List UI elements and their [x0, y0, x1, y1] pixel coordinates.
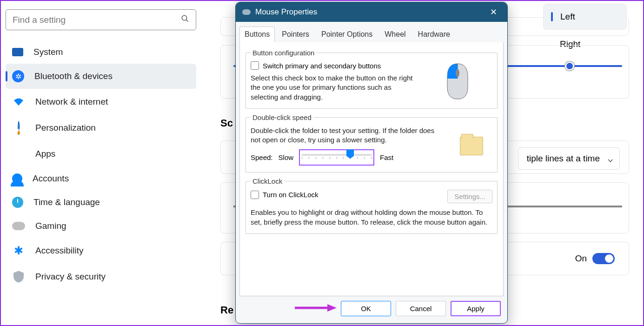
nav-label: Apps	[35, 149, 55, 159]
mouse-properties-dialog: Mouse Properties ✕ Buttons Pointers Poin…	[235, 2, 508, 324]
option-left-label: Left	[560, 12, 575, 22]
primary-button-left[interactable]: Left	[543, 4, 627, 30]
nav-accounts[interactable]: Accounts	[6, 167, 196, 190]
tab-buttons[interactable]: Buttons	[239, 27, 275, 42]
dialog-tabs: Buttons Pointers Pointer Options Wheel H…	[236, 22, 507, 42]
nav-network[interactable]: Network & internet	[6, 89, 196, 115]
clicklock-legend: ClickLock	[251, 177, 284, 185]
clicklock-desc: Enables you to highlight or drag without…	[251, 208, 492, 227]
double-click-legend: Double-click speed	[251, 113, 313, 121]
double-click-desc: Double-click the folder to test your set…	[251, 126, 445, 145]
dropdown-value: tiple lines at a time	[527, 153, 600, 163]
dialog-titlebar[interactable]: Mouse Properties ✕	[236, 2, 507, 22]
apps-icon	[12, 147, 25, 160]
button-config-legend: Button configuration	[251, 49, 316, 57]
nav-label: Network & internet	[35, 97, 108, 107]
folder-icon	[460, 137, 483, 155]
nav-label: Accounts	[33, 173, 69, 184]
nav-label: Privacy & security	[35, 272, 106, 282]
nav-gaming[interactable]: Gaming	[6, 214, 196, 238]
nav-list: System ✲Bluetooth & devices Network & in…	[6, 40, 196, 290]
nav-apps[interactable]: Apps	[6, 141, 196, 167]
svg-point-3	[456, 69, 459, 77]
tab-content: Button configuration Switch primary and …	[239, 42, 504, 296]
nav-label: Accessibility	[35, 246, 83, 256]
speed-slider-ticks	[302, 157, 372, 159]
settings-sidebar: System ✲Bluetooth & devices Network & in…	[1, 1, 201, 325]
nav-label: System	[33, 47, 63, 57]
tab-hardware[interactable]: Hardware	[413, 27, 455, 42]
nav-bluetooth-devices[interactable]: ✲Bluetooth & devices	[6, 64, 196, 89]
gamepad-icon	[12, 222, 25, 230]
tab-wheel[interactable]: Wheel	[379, 27, 411, 42]
pointer-speed-slider-thumb[interactable]	[565, 61, 574, 71]
mouse-icon	[242, 9, 251, 15]
scroll-mode-dropdown[interactable]: tiple lines at a time	[518, 147, 620, 170]
person-icon	[12, 173, 22, 184]
speed-slider[interactable]	[302, 154, 372, 156]
switch-buttons-checkbox[interactable]: Switch primary and secondary buttons	[251, 61, 417, 70]
apply-button[interactable]: Apply	[451, 301, 501, 316]
fast-label: Fast	[380, 153, 393, 161]
nav-label: Personalization	[35, 123, 96, 133]
nav-label: Gaming	[35, 221, 66, 231]
speed-slider-highlight	[299, 149, 374, 166]
hover-scroll-toggle[interactable]	[592, 253, 615, 264]
close-button[interactable]: ✕	[486, 5, 501, 19]
svg-line-1	[186, 20, 188, 22]
dialog-button-row: OK Cancel Apply	[236, 296, 507, 321]
section-related-header: Re	[220, 304, 233, 316]
accessibility-icon: ✱	[12, 244, 25, 257]
clock-icon	[12, 197, 23, 208]
bluetooth-icon: ✲	[12, 70, 24, 82]
ok-button[interactable]: OK	[341, 301, 391, 316]
clicklock-input[interactable]	[251, 191, 259, 199]
switch-buttons-label: Switch primary and secondary buttons	[263, 62, 381, 70]
nav-accessibility[interactable]: ✱Accessibility	[6, 238, 196, 264]
nav-personalization[interactable]: 🖌️Personalization	[6, 115, 196, 141]
slow-label: Slow	[279, 153, 294, 161]
search-input[interactable]	[13, 15, 181, 25]
brush-icon: 🖌️	[9, 119, 28, 137]
wifi-icon	[12, 95, 25, 108]
tab-pointers[interactable]: Pointers	[277, 27, 314, 42]
dialog-title: Mouse Properties	[255, 7, 317, 17]
nav-system[interactable]: System	[6, 40, 196, 64]
search-icon	[181, 14, 189, 25]
clicklock-label: Turn on ClickLock	[263, 191, 319, 199]
nav-label: Bluetooth & devices	[34, 71, 113, 81]
nav-label: Time & language	[33, 197, 100, 207]
clicklock-settings-button: Settings...	[447, 190, 492, 203]
section-scrolling-header: Sc	[220, 117, 233, 129]
button-config-group: Button configuration Switch primary and …	[246, 49, 498, 109]
mouse-illustration	[423, 61, 492, 102]
button-config-desc: Select this check box to make the button…	[251, 73, 417, 102]
system-icon	[12, 48, 23, 56]
svg-point-0	[182, 15, 187, 20]
toggle-label: On	[575, 253, 587, 264]
clicklock-group: ClickLock Turn on ClickLock Settings... …	[246, 177, 498, 234]
shield-icon	[12, 270, 25, 283]
tab-pointer-options[interactable]: Pointer Options	[316, 27, 378, 42]
nav-privacy[interactable]: Privacy & security	[6, 264, 196, 290]
clicklock-checkbox[interactable]: Turn on ClickLock	[251, 191, 319, 199]
speed-label: Speed:	[251, 153, 273, 161]
search-box[interactable]	[6, 9, 196, 30]
cancel-button[interactable]: Cancel	[396, 301, 446, 316]
switch-buttons-input[interactable]	[251, 61, 259, 70]
test-folder[interactable]	[451, 126, 492, 166]
double-click-group: Double-click speed Double-click the fold…	[246, 113, 498, 173]
nav-time-language[interactable]: Time & language	[6, 190, 196, 214]
